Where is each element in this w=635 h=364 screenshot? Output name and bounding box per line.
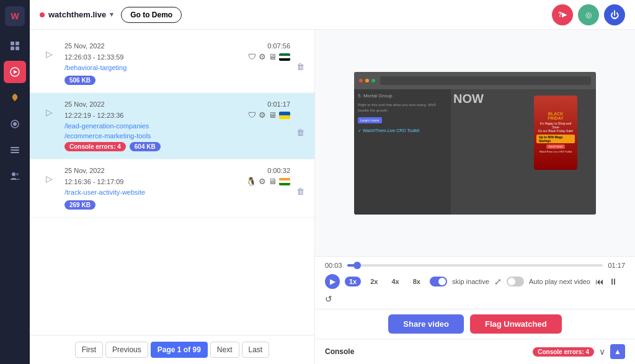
progress-track[interactable] — [347, 264, 603, 267]
console-expand-icon[interactable]: ∨ — [599, 347, 605, 357]
recording-url-3[interactable]: /track-user-activity-website — [64, 189, 290, 196]
help-button[interactable]: ?▶ — [552, 4, 573, 25]
flag-icon-3 — [279, 178, 290, 185]
os-icon-3: 🐧 — [246, 177, 256, 186]
sidebar-logo: W — [5, 6, 25, 26]
notification-button[interactable]: ◎ — [578, 4, 599, 25]
device-icon-1: 🖥 — [269, 52, 277, 61]
recording-duration-3: 0:00:32 — [267, 167, 290, 174]
brand-logo: watchthem.live ▾ — [40, 10, 113, 19]
recording-info-1: 25 Nov, 2022 0:07:56 12:26:03 - 12:33:59… — [64, 42, 290, 85]
delete-button-1[interactable]: 🗑 — [296, 62, 304, 71]
speed-2x-button[interactable]: 2x — [366, 277, 382, 286]
recording-date-3: 25 Nov, 2022 — [64, 167, 105, 174]
previous-page-button[interactable]: Previous — [105, 342, 148, 358]
main-content: watchthem.live ▾ Go to Demo ?▶ ◎ ⏻ ▷ 25 … — [30, 0, 635, 364]
svg-rect-3 — [16, 47, 19, 50]
console-scroll-button[interactable]: ▲ — [610, 344, 625, 359]
browser-chrome — [354, 72, 596, 89]
recording-time-3: 12:16:36 - 12:17:09 — [64, 178, 123, 185]
svg-point-12 — [16, 173, 19, 175]
brand-name: watchthem.live — [48, 10, 106, 19]
recording-time-2: 12:22:19 - 12:23:36 — [64, 112, 123, 119]
play-pause-button[interactable]: ▶ — [325, 274, 340, 289]
flag-unwatched-button[interactable]: Flag Unwatched — [470, 314, 562, 334]
recording-date-2: 25 Nov, 2022 — [64, 100, 105, 108]
body-content: ▷ 25 Nov, 2022 0:07:56 12:26:03 - 12:33:… — [30, 30, 635, 364]
console-right: Console errors: 4 ∨ ▲ — [533, 344, 625, 359]
chevron-down-icon[interactable]: ▾ — [110, 11, 113, 19]
console-label: Console — [325, 347, 354, 356]
recording-duration-1: 0:07:56 — [267, 42, 290, 50]
go-demo-button[interactable]: Go to Demo — [121, 7, 182, 23]
recording-card-2[interactable]: ▷ 25 Nov, 2022 0:01:17 12:22:19 - 12:23:… — [30, 93, 314, 159]
next-page-button[interactable]: Next — [210, 342, 239, 358]
recording-url-2a[interactable]: /lead-generation-companies — [64, 122, 290, 130]
speed-8x-button[interactable]: 8x — [409, 277, 425, 286]
bottom-actions: Share video Flag Unwatched — [315, 309, 635, 339]
play-button-3[interactable]: ▷ — [40, 169, 58, 188]
current-page-button[interactable]: Page 1 of 99 — [151, 342, 208, 358]
play-button-2[interactable]: ▷ — [40, 103, 58, 122]
sidebar-item-heatmap[interactable] — [4, 87, 26, 109]
video-screenshot: 5. Mortal Group Right to this and that w… — [354, 72, 596, 215]
expand-icon[interactable]: ⤢ — [494, 277, 502, 286]
recording-date-1: 25 Nov, 2022 — [64, 42, 105, 50]
flag-icon-2 — [279, 112, 290, 119]
skip-back-icon[interactable]: ⏮ — [595, 277, 604, 286]
sidebar-item-grid[interactable] — [4, 35, 26, 57]
browser-icon-1: ⚙ — [259, 52, 266, 61]
skip-inactive-label: skip inactive — [452, 278, 489, 285]
autoplay-label: Auto play next video — [529, 278, 590, 285]
autoplay-toggle[interactable] — [507, 277, 524, 286]
sidebar-item-recordings[interactable] — [4, 61, 26, 83]
recordings-list: ▷ 25 Nov, 2022 0:07:56 12:26:03 - 12:33:… — [30, 30, 314, 335]
recording-info-2: 25 Nov, 2022 0:01:17 12:22:19 - 12:23:36… — [64, 100, 290, 151]
progress-bar-row: 00:03 01:17 — [325, 262, 625, 269]
delete-button-3[interactable]: 🗑 — [296, 187, 304, 196]
controls-row: ▶ 1x 2x 4x 8x skip inactive ⤢ Auto play … — [325, 274, 625, 304]
skip-inactive-toggle[interactable] — [430, 277, 447, 286]
last-page-button[interactable]: Last — [242, 342, 270, 358]
svg-rect-2 — [11, 47, 14, 50]
header-actions: ?▶ ◎ ⏻ — [552, 4, 625, 25]
video-frame: 5. Mortal Group Right to this and that w… — [354, 72, 596, 215]
svg-rect-9 — [11, 149, 19, 151]
brand-dot — [40, 12, 45, 17]
svg-marker-5 — [14, 70, 17, 74]
device-icon-2: 🖥 — [269, 110, 277, 120]
sidebar-item-users[interactable] — [4, 165, 26, 187]
share-video-button[interactable]: Share video — [388, 314, 464, 334]
os-icon-1: 🛡 — [248, 52, 256, 61]
svg-rect-1 — [16, 42, 19, 45]
recording-url-2b[interactable]: /ecommerce-marketing-tools — [64, 132, 290, 140]
sidebar-item-events[interactable] — [4, 139, 26, 161]
current-time: 00:03 — [325, 262, 342, 269]
recording-url-1[interactable]: /behavioral-targeting — [64, 64, 290, 71]
console-bar: Console Console errors: 4 ∨ ▲ — [315, 339, 635, 364]
first-page-button[interactable]: First — [75, 342, 103, 358]
recording-duration-2: 0:01:17 — [267, 100, 290, 108]
recording-card-1[interactable]: ▷ 25 Nov, 2022 0:07:56 12:26:03 - 12:33:… — [30, 35, 314, 93]
speed-1x-button[interactable]: 1x — [345, 277, 361, 286]
recording-info-3: 25 Nov, 2022 0:00:32 12:16:36 - 12:17:09… — [64, 167, 290, 210]
svg-rect-8 — [11, 147, 19, 148]
refresh-icon[interactable]: ↺ — [325, 294, 332, 304]
os-icon-2: 🛡 — [248, 110, 256, 120]
bf-card: BLACKFRIDAY It's Happy to Shop and SaveO… — [534, 95, 577, 170]
power-button[interactable]: ⏻ — [604, 4, 625, 25]
end-time: 01:17 — [608, 262, 625, 269]
delete-button-2[interactable]: 🗑 — [296, 128, 304, 137]
skip-forward-icon[interactable]: ⏸ — [609, 277, 618, 286]
flag-icon-1 — [279, 53, 290, 61]
error-badge-2: Console errors: 4 — [64, 142, 126, 151]
svg-point-7 — [13, 122, 17, 126]
speed-4x-button[interactable]: 4x — [388, 277, 404, 286]
play-button-1[interactable]: ▷ — [40, 45, 58, 63]
sidebar-item-funnels[interactable] — [4, 113, 26, 135]
recording-card-3[interactable]: ▷ 25 Nov, 2022 0:00:32 12:16:36 - 12:17:… — [30, 159, 314, 218]
recording-size-1: 506 KB — [64, 76, 95, 85]
console-error-badge: Console errors: 4 — [533, 347, 594, 357]
svg-rect-0 — [11, 42, 14, 45]
sidebar: W — [0, 0, 30, 364]
